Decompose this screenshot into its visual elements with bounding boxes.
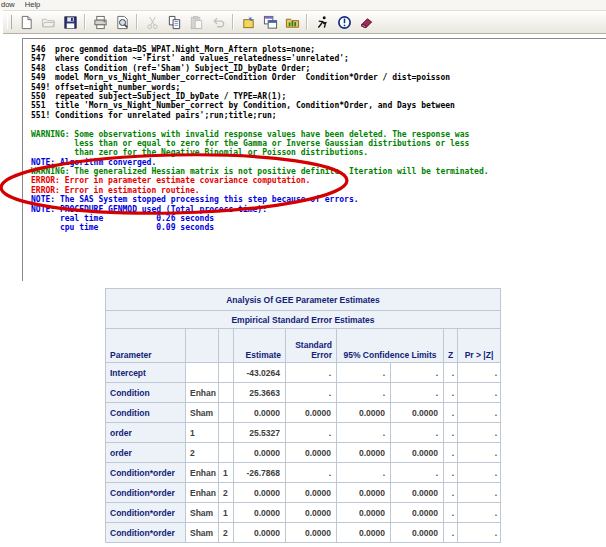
cell-pr: .	[458, 383, 501, 403]
cell-pr: .	[458, 503, 501, 523]
cell-ci-low: .	[337, 383, 391, 403]
cell-stderr: .	[286, 463, 337, 483]
cell-z: .	[444, 403, 458, 423]
cell-level1: 2	[186, 443, 219, 463]
cell-stderr: .	[286, 383, 337, 403]
log-message-line: cpu time 0.09 seconds	[31, 223, 489, 232]
cell-stderr: 0.0000	[286, 523, 337, 543]
new-library-icon[interactable]	[238, 12, 258, 32]
log-message-line: real time 0.26 seconds	[31, 214, 489, 223]
cell-ci-high: 0.0000	[391, 403, 444, 423]
cell-pr: .	[458, 483, 501, 503]
cell-level2: 2	[219, 523, 234, 543]
menu-bar: dow Help	[0, 0, 606, 10]
cell-estimate: -26.7868	[234, 463, 286, 483]
menu-window-partial[interactable]: dow	[0, 0, 19, 10]
cell-estimate: 25.3663	[234, 383, 286, 403]
cell-z: .	[444, 363, 458, 383]
undo-icon[interactable]	[208, 12, 228, 32]
print-preview-icon[interactable]	[112, 12, 132, 32]
log-message-line: NOTE: The SAS System stopped processing …	[31, 195, 489, 204]
log-blank-line	[31, 120, 489, 129]
explorer-icon[interactable]	[260, 12, 280, 32]
paste-icon[interactable]	[186, 12, 206, 32]
log-message-line: NOTE: PROCEDURE GENMOD used (Total proce…	[31, 205, 489, 214]
cell-z: .	[444, 523, 458, 543]
cell-level1: Enhan	[186, 383, 219, 403]
cell-parameter: Condition*order	[106, 483, 186, 503]
table-row: Condition Sham 0.0000 0.0000 0.0000 0.00…	[106, 403, 501, 423]
cut-icon[interactable]	[142, 12, 162, 32]
cell-stderr: 0.0000	[286, 443, 337, 463]
col-header-level2	[219, 329, 234, 363]
toolbar-gripper[interactable]	[7, 15, 12, 29]
results-viewer: Analysis Of GEE Parameter Estimates Empi…	[105, 288, 501, 543]
cell-parameter: Condition	[106, 403, 186, 423]
save-icon[interactable]	[60, 12, 80, 32]
log-message-line: than zero for the Negative Binomial or P…	[31, 148, 489, 157]
toolbar-separator	[306, 14, 308, 30]
cell-level1: Sham	[186, 503, 219, 523]
log-code-line: 548 class Condition (ref='Sham') Subject…	[31, 64, 489, 73]
cell-ci-low: .	[337, 363, 391, 383]
cell-level2: 1	[219, 463, 234, 483]
log-message-line: ERROR: Error in parameter estimate covar…	[31, 176, 489, 185]
table-row: Condition*order Enhan 1 -26.7868 . . . .…	[106, 463, 501, 483]
cell-parameter: Condition*order	[106, 523, 186, 543]
cell-ci-high: .	[391, 423, 444, 443]
results-folder-icon[interactable]	[282, 12, 302, 32]
cell-ci-high: 0.0000	[391, 503, 444, 523]
log-code-line: 550 repeated subject=Subject_ID_byDate /…	[31, 92, 489, 101]
cell-z: .	[444, 503, 458, 523]
table-subtitle: Empirical Standard Error Estimates	[106, 311, 501, 329]
cell-pr: .	[458, 403, 501, 423]
cell-level2	[219, 403, 234, 423]
submit-icon[interactable]	[312, 12, 332, 32]
cell-level2	[219, 363, 234, 383]
log-message-line: ERROR: Error in estimation routine.	[31, 186, 489, 195]
log-code-line: 546 proc genmod data=DS_WPAT.Night_Morn_…	[31, 45, 489, 54]
cell-parameter: Condition*order	[106, 463, 186, 483]
cell-ci-high: 0.0000	[391, 523, 444, 543]
cell-level2: 2	[219, 483, 234, 503]
cell-estimate: 0.0000	[234, 483, 286, 503]
cell-stderr: 0.0000	[286, 483, 337, 503]
cell-ci-low: 0.0000	[337, 443, 391, 463]
table-row: Intercept -43.0264 . . . . .	[106, 363, 501, 383]
cell-level2: 1	[219, 503, 234, 523]
cell-level1: Enhan	[186, 463, 219, 483]
clear-all-icon[interactable]	[356, 12, 376, 32]
cell-parameter: Condition	[106, 383, 186, 403]
cell-level1: Enhan	[186, 483, 219, 503]
toolbar-separator	[84, 14, 86, 30]
toolbar	[3, 10, 606, 34]
open-folder-icon[interactable]	[38, 12, 58, 32]
table-row: order 2 0.0000 0.0000 0.0000 0.0000 . .	[106, 443, 501, 463]
cell-pr: .	[458, 463, 501, 483]
menu-help[interactable]: Help	[21, 0, 44, 10]
log-window[interactable]: 546 proc genmod data=DS_WPAT.Night_Morn_…	[22, 38, 606, 281]
break-icon[interactable]	[334, 12, 354, 32]
cell-z: .	[444, 463, 458, 483]
cell-pr: .	[458, 363, 501, 383]
col-header-pr: Pr > |Z|	[458, 329, 501, 363]
log-code-line: 549 model Morn_vs_Night_Number_correct=C…	[31, 73, 489, 82]
print-icon[interactable]	[90, 12, 110, 32]
col-header-z: Z	[444, 329, 458, 363]
cell-z: .	[444, 423, 458, 443]
cell-parameter: Condition*order	[106, 503, 186, 523]
log-message-line: less than or equal to zero for the Gamma…	[31, 139, 489, 148]
new-document-icon[interactable]	[16, 12, 36, 32]
cell-ci-high: .	[391, 463, 444, 483]
log-code-line: 551 title 'Morn_vs_Night_Number_correct …	[31, 101, 489, 110]
cell-stderr: .	[286, 423, 337, 443]
copy-icon[interactable]	[164, 12, 184, 32]
cell-ci-low: 0.0000	[337, 523, 391, 543]
toolbar-separator	[136, 14, 138, 30]
cell-level2	[219, 443, 234, 463]
cell-estimate: -43.0264	[234, 363, 286, 383]
log-code-line: 551! Conditions for unrelated pairs';run…	[31, 111, 489, 120]
cell-level2	[219, 383, 234, 403]
log-text: 546 proc genmod data=DS_WPAT.Night_Morn_…	[31, 45, 489, 233]
col-header-stderr: Standard Error	[286, 329, 337, 363]
